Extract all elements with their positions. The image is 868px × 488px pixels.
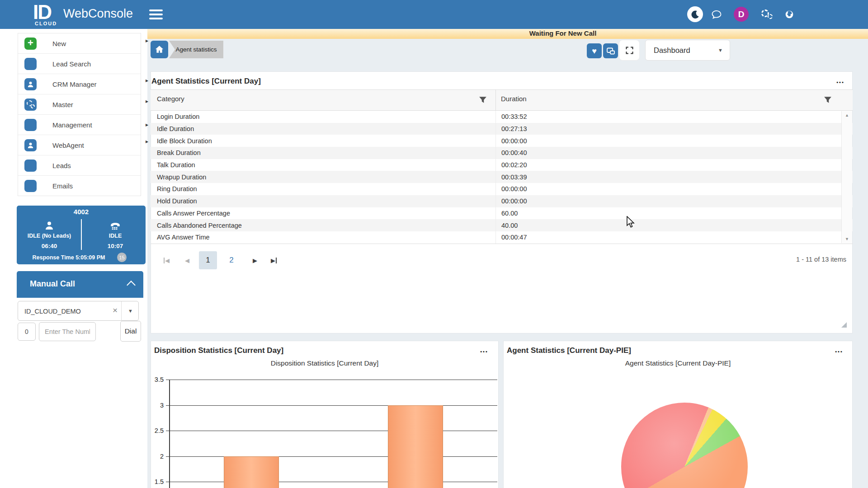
cell-duration: 00:00:40	[495, 147, 853, 159]
pager-prev-button[interactable]: ◀	[178, 251, 196, 269]
sidebar-item-crm-manager[interactable]: CRM Manager	[18, 74, 141, 94]
campaign-combobox[interactable]: × ▼	[18, 301, 139, 321]
clear-x-icon[interactable]: ×	[113, 305, 118, 315]
table-row[interactable]: Idle Duration00:27:13	[151, 123, 853, 135]
chat-icon[interactable]	[711, 9, 722, 20]
panel-title: Agent Statistics [Current Day-PIE]	[507, 346, 631, 355]
column-header-category[interactable]: Category	[157, 95, 184, 103]
fullscreen-button[interactable]	[619, 40, 640, 61]
scroll-down-icon[interactable]: ▼	[842, 237, 852, 241]
refresh-icon[interactable]	[152, 253, 160, 261]
table-row[interactable]: AVG Answer Time00:00:47	[151, 231, 853, 244]
pager-page-1[interactable]: 1	[199, 251, 217, 269]
cell-category: Hold Duration	[151, 195, 495, 207]
table-row[interactable]: Calls Answer Percentage60.00	[151, 207, 853, 220]
dashboard-dropdown-value: Dashboard	[654, 46, 690, 55]
more-options-button[interactable]: •••	[478, 349, 490, 356]
cell-category: Talk Duration	[151, 159, 495, 171]
cell-category: Calls Answer Percentage	[151, 207, 495, 220]
dashboard-dropdown[interactable]: Dashboard ▼	[645, 40, 730, 61]
home-button[interactable]	[151, 41, 168, 58]
panel-title: Disposition Statistics [Current Day]	[154, 346, 283, 355]
cell-duration: 00:00:00	[495, 135, 853, 147]
splitter-arrow-icon[interactable]: ▶	[146, 140, 150, 145]
sidebar-item-webagent[interactable]: WebAgent	[18, 135, 141, 155]
pager-info: 1 - 11 of 13 items	[750, 256, 846, 263]
sidebar-item-lead-search[interactable]: Lead Search	[18, 54, 141, 74]
dark-mode-moon-icon[interactable]	[687, 6, 703, 22]
call-status-bar	[119, 29, 868, 39]
table-row[interactable]: Ring Duration00:00:00	[151, 183, 853, 195]
cell-duration: 00:27:13	[495, 123, 853, 135]
panel-title: Agent Statistics [Current Day]	[151, 77, 261, 86]
more-options-button[interactable]: •••	[835, 80, 846, 87]
filter-funnel-icon[interactable]	[479, 96, 487, 104]
cell-duration: 40.00	[495, 219, 853, 231]
cell-category: Idle Duration	[151, 123, 495, 135]
pager-next-button[interactable]: ▶	[246, 251, 264, 269]
splitter-arrow-icon[interactable]: ▶	[146, 123, 150, 128]
phone-icon	[106, 220, 124, 234]
cell-category: Break Duration	[151, 147, 495, 159]
agent-status-panel: 4002 IDLE (No Leads) 06:40 IDLE 10:07 Re…	[17, 206, 146, 264]
favorite-button[interactable]: ♥	[587, 43, 602, 58]
grid-rows: Login Duration00:33:52Idle Duration00:27…	[151, 111, 853, 244]
pager-page-2[interactable]: 2	[222, 251, 241, 269]
sidebar-item-emails[interactable]: Emails	[18, 176, 141, 196]
breadcrumb-tab[interactable]: Agent statistics	[169, 41, 223, 58]
person-icon	[24, 78, 37, 90]
response-time: Response Time 5:05:09 PM	[17, 254, 121, 261]
table-row[interactable]: Idle Block Duration00:00:00	[151, 135, 853, 147]
chevron-down-icon[interactable]: ▼	[128, 308, 133, 314]
settings-gears-icon[interactable]	[761, 9, 774, 20]
bar-segment[interactable]	[224, 456, 279, 488]
moon-icon	[690, 9, 700, 19]
cell-duration: 00:33:52	[495, 111, 853, 123]
campaign-input[interactable]	[24, 301, 111, 321]
avatar[interactable]: D	[734, 7, 749, 22]
divider	[151, 244, 853, 244]
person-icon	[40, 220, 58, 233]
prefix-field[interactable]	[18, 323, 36, 341]
sidebar-item-new[interactable]: +New	[18, 33, 141, 54]
logo-id: ID	[33, 1, 51, 23]
bar-chart-title: Disposition Statistics [Current Day]	[151, 359, 499, 367]
sidebar-item-management[interactable]: Management	[18, 115, 141, 135]
splitter-arrow-icon[interactable]: ▶	[146, 99, 150, 105]
vertical-scrollbar[interactable]: ▲ ▼	[841, 111, 852, 243]
hamburger-menu-icon[interactable]	[149, 9, 163, 19]
square-icon	[24, 119, 37, 131]
logo-cloud: CLOUD	[35, 21, 57, 26]
sidebar-item-label: Lead Search	[52, 60, 91, 68]
splitter-arrow-icon[interactable]: ▶	[146, 39, 150, 44]
table-row[interactable]: Calls Abandoned Percentage40.00	[151, 219, 853, 231]
bar-segment[interactable]	[388, 405, 443, 488]
table-row[interactable]: Wrapup Duration00:03:39	[151, 171, 853, 183]
more-options-button[interactable]: •••	[833, 349, 845, 356]
table-row[interactable]: Hold Duration00:00:00	[151, 195, 853, 207]
agent-right-status: IDLE	[84, 233, 147, 239]
dial-button[interactable]: Dial	[120, 321, 141, 342]
sidebar-item-label: Emails	[52, 182, 73, 190]
divider	[495, 89, 496, 111]
filter-funnel-icon[interactable]	[824, 96, 832, 104]
splitter-arrow-icon[interactable]: ▶	[146, 79, 150, 84]
pager-last-button[interactable]: ▶	[265, 251, 283, 269]
sidebar-menu: +NewLead SearchCRM ManagerMasterManageme…	[18, 33, 141, 196]
phone-number-field[interactable]	[39, 322, 96, 341]
plus-icon: +	[24, 38, 37, 50]
globe-icon[interactable]	[785, 10, 794, 19]
resize-handle[interactable]	[841, 322, 847, 328]
table-row[interactable]: Break Duration00:00:40	[151, 147, 853, 159]
sidebar-item-master[interactable]: Master	[18, 94, 141, 115]
windows-button[interactable]	[603, 43, 618, 58]
screen: ID CLOUD WebConsole D Waiting For New Ca…	[0, 0, 868, 488]
cell-category: Ring Duration	[151, 183, 495, 195]
chevron-up-icon[interactable]	[127, 281, 136, 290]
sidebar-item-leads[interactable]: Leads	[18, 155, 141, 176]
table-row[interactable]: Login Duration00:33:52	[151, 111, 853, 123]
column-header-duration[interactable]: Duration	[501, 95, 527, 103]
manual-call-header[interactable]: Manual Call	[17, 271, 143, 298]
scroll-up-icon[interactable]: ▲	[842, 113, 852, 117]
table-row[interactable]: Talk Duration00:02:20	[151, 159, 853, 171]
